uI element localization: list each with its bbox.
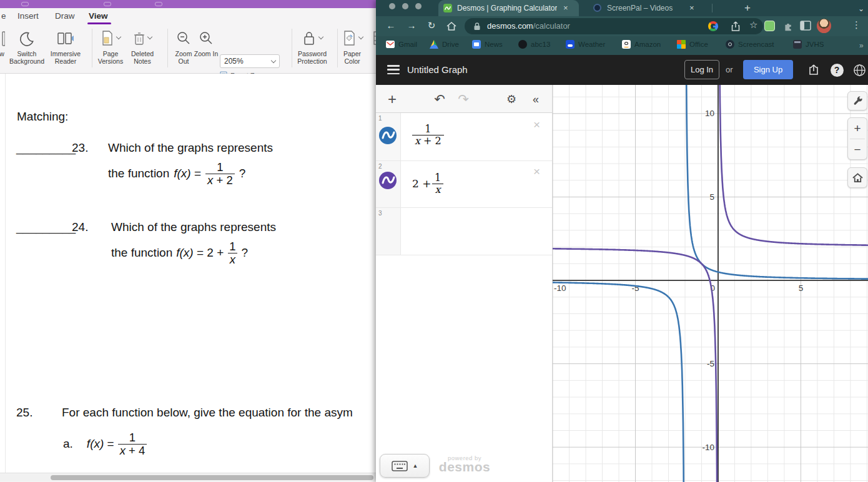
page-versions-button[interactable]: Page Versions <box>92 27 129 65</box>
immersive-reader-button[interactable]: Immersive Reader <box>45 27 86 65</box>
ribbon-button-clipped-right[interactable] <box>371 27 376 50</box>
chrome-window: Desmos | Graphing Calculator × ScreenPal… <box>376 0 868 482</box>
delete-expression-icon[interactable]: × <box>533 118 540 132</box>
back-button[interactable]: ← <box>385 20 397 31</box>
expression-1-color-icon[interactable] <box>379 127 397 144</box>
main-menu-icon[interactable] <box>387 65 400 74</box>
graph-canvas[interactable]: -10-505105-5-10 <box>553 85 868 482</box>
zoom-level-select[interactable]: 205% <box>220 54 280 68</box>
browser-menu-icon[interactable]: ⋮ <box>852 19 861 31</box>
svg-text:-5: -5 <box>707 359 714 368</box>
bookmark-amazon[interactable]: Amazon <box>622 40 661 49</box>
q25-line1: For each function below, give the equati… <box>62 406 353 420</box>
zoom-out-button[interactable]: − <box>848 139 867 160</box>
onenote-menubar: e Insert Draw View <box>0 8 376 25</box>
q23-line1: Which of the graphs represents <box>108 141 273 155</box>
bookmark-office[interactable]: Office <box>677 40 708 49</box>
document-page[interactable]: Matching: _________ 23. Which of the gra… <box>0 74 376 473</box>
window-minimize-button[interactable] <box>402 3 408 9</box>
bookmark-gmail[interactable]: Gmail <box>386 40 417 49</box>
dropdown-chevron <box>318 34 323 39</box>
immersive-reader-icon <box>56 31 75 47</box>
expression-2-math[interactable]: 2 + 1 x <box>412 172 443 195</box>
undo-button[interactable]: ↶ <box>431 91 448 108</box>
menu-tab-draw[interactable]: Draw <box>55 11 75 21</box>
add-expression-button[interactable]: + <box>383 91 401 108</box>
expression-1-math[interactable]: 1 x + 2 <box>412 124 444 146</box>
reload-button[interactable]: ↻ <box>425 20 438 31</box>
tab-search-chevron[interactable]: ⌄ <box>858 4 864 13</box>
window-close-button[interactable] <box>389 3 395 9</box>
sidebar-panel-icon[interactable] <box>800 21 811 31</box>
graph-title[interactable]: Untitled Graph <box>407 64 468 75</box>
tab-close-icon[interactable]: × <box>563 3 568 12</box>
default-viewport-home-button[interactable] <box>847 167 867 188</box>
bookmark-abc13[interactable]: abc13 <box>518 40 550 49</box>
dropdown-chevron <box>147 34 152 39</box>
graph-paper[interactable]: -10-505105-5-10 + − <box>553 85 868 482</box>
horizontal-scrollbar[interactable] <box>0 473 376 481</box>
sine-wave-icon <box>379 172 397 189</box>
home-button[interactable] <box>446 21 457 32</box>
google-g-icon[interactable] <box>708 21 718 31</box>
forward-button[interactable]: → <box>405 20 418 31</box>
share-graph-icon[interactable] <box>806 62 821 77</box>
menu-tab-view[interactable]: View <box>89 11 108 21</box>
zoom-in-button[interactable]: Zoom In <box>194 27 219 57</box>
expression-row-1[interactable]: 1 1 x + 2 × <box>376 113 552 161</box>
deleted-notes-button[interactable]: Deleted Notes <box>126 27 159 65</box>
signup-button[interactable]: Sign Up <box>743 60 793 79</box>
new-tab-button[interactable]: + <box>744 2 751 14</box>
tab-divider <box>712 4 713 12</box>
weather-icon <box>566 40 575 49</box>
bookmark-star-icon[interactable]: ☆ <box>749 19 757 31</box>
extension-icon-green[interactable] <box>764 21 775 31</box>
expression-2-color-icon[interactable] <box>379 172 397 189</box>
paper-color-button[interactable]: Paper Color <box>336 27 368 65</box>
profile-avatar[interactable] <box>817 19 831 33</box>
q25-number: 25. <box>16 406 32 420</box>
window-zoom-button[interactable] <box>415 3 422 9</box>
graph-settings-wrench-button[interactable] <box>847 91 867 111</box>
redo-button[interactable]: ↷ <box>455 91 472 108</box>
bookmark-weather[interactable]: Weather <box>566 40 605 49</box>
bookmark-screencast[interactable]: Screencast <box>726 40 774 49</box>
delete-expression-icon[interactable]: × <box>533 165 540 179</box>
bookmark-drive[interactable]: Drive <box>430 40 459 49</box>
doc-heading: Matching: <box>17 110 68 124</box>
browser-toolbar: ← → ↻ desmos.com/calculator ☆ ⋮ <box>376 16 868 36</box>
bookmark-jvhs[interactable]: JVHS <box>793 40 824 49</box>
q24-line1: Which of the graphs represents <box>111 220 276 234</box>
q23-line2: the function f(x) = 1 x + 2 ? <box>108 159 245 189</box>
menu-tab-partial[interactable]: e <box>1 11 6 21</box>
dropdown-chevron <box>271 57 276 62</box>
scrollbar-thumb[interactable] <box>51 475 373 480</box>
jvhs-icon <box>793 40 802 49</box>
bookmarks-overflow-icon[interactable]: » <box>859 41 864 50</box>
dropdown-chevron <box>116 34 121 39</box>
show-keyboard-button[interactable]: ▲ <box>380 454 430 478</box>
share-icon[interactable] <box>731 21 741 32</box>
expression-row-3[interactable]: 3 <box>376 208 552 255</box>
tab-desmos[interactable]: Desmos | Graphing Calculator × <box>438 0 579 16</box>
graph-settings-button[interactable]: ⚙ <box>503 91 520 108</box>
expression-row-2[interactable]: 2 2 + 1 x × <box>376 161 552 208</box>
zoom-in-button[interactable]: + <box>848 118 867 139</box>
help-icon[interactable]: ? <box>829 62 844 77</box>
answer-blank-23: _________ <box>16 141 76 155</box>
login-button[interactable]: Log In <box>684 60 719 79</box>
onenote-titlebar[interactable] <box>0 0 376 8</box>
q24-number: 24. <box>72 220 88 234</box>
expression-toolbar: + ↶ ↷ ⚙ « <box>376 85 552 113</box>
onenote-ribbon: w Switch Background Immersive Reader Pag… <box>0 25 376 74</box>
bookmark-news[interactable]: News <box>472 40 503 49</box>
tab-close-icon[interactable]: × <box>689 3 694 12</box>
password-protection-button[interactable]: Password Protection <box>290 27 335 65</box>
switch-background-button[interactable]: Switch Background <box>5 27 49 65</box>
menu-tab-insert[interactable]: Insert <box>17 11 39 21</box>
url-text[interactable]: desmos.com/calculator <box>487 21 570 31</box>
collapse-panel-button[interactable]: « <box>527 91 545 108</box>
language-globe-icon[interactable] <box>852 62 867 77</box>
extensions-puzzle-icon[interactable] <box>783 21 794 31</box>
address-bar[interactable]: desmos.com/calculator ☆ <box>465 18 763 34</box>
